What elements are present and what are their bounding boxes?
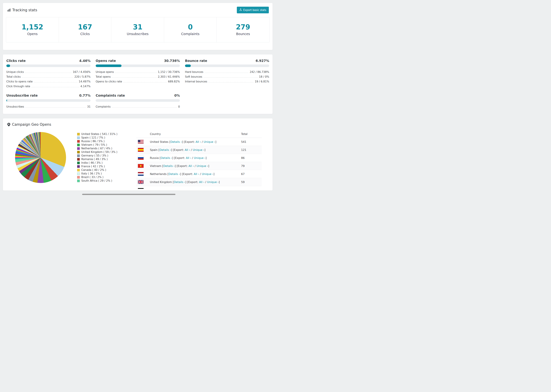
geo-table-body: United States [Details ›] [Export: All ›… [136,138,262,189]
tracking-stats-title: Tracking stats [7,8,37,12]
country-flag-icon [136,170,148,178]
legend-label: Vietnam ( 79 / 5% ) [81,143,107,147]
legend-item: South Africa ( 29 / 2% ) [77,179,136,183]
export-unique-link[interactable]: Unique › [193,148,204,152]
total-cell: 79 [239,162,262,170]
details-link[interactable]: Details › [174,181,185,184]
rate-stat-row: Internal bounces19 / 6.81% [185,79,269,84]
legend-swatch [77,169,80,171]
rate-stat-row: Clicks to opens rate14.497% [6,79,91,84]
export-label: Export: [175,156,185,160]
rate-stat-row: Total clicks220 / 5.87% [6,74,91,79]
export-all-link[interactable]: All › [190,189,195,189]
rate-stat-row: Total opens2,303 / 61.446% [96,74,180,79]
rate-stat-value: 220 / 5.87% [74,75,91,78]
rate-title: Clicks rate [6,59,26,63]
export-unique-link[interactable]: Unique › [202,172,213,176]
rate-stat-row: Unique clicks167 / 4.456% [6,70,91,74]
export-icon [239,8,242,12]
country-flag-icon [136,138,148,146]
export-all-link[interactable]: All › [196,140,201,143]
export-basic-stats-button[interactable]: Export basic stats [237,7,269,13]
country-name: United States [150,140,168,143]
export-unique-link[interactable]: Unique › [198,189,209,189]
rate-section: Complaints rate0%Complaints0 [96,94,180,109]
rate-percent: 0.77% [79,94,91,97]
rate-title: Unsubscribe rate [6,94,38,97]
legend-item: Italy ( 36 / 2% ) [77,172,136,175]
progress-bar-fill [96,64,121,67]
export-all-link[interactable]: All › [185,148,190,152]
legend-swatch [77,172,80,175]
legend-label: Spain ( 121 / 7% ) [81,136,105,140]
rate-percent: 6.927% [256,59,269,63]
dotted-leader [123,82,167,83]
rate-percent: 0% [174,94,180,97]
rate-section-header: Clicks rate4.46% [6,59,91,63]
progress-bar-fill [6,99,7,102]
details-link[interactable]: Details › [164,189,176,189]
rate-stat-row: Opens to clicks rate689.82% [96,79,180,84]
rate-section-header: Bounce rate6.927% [185,59,269,63]
table-row: Vietnam [Details ›] [Export: All › / Uni… [136,162,262,170]
export-unique-link[interactable]: Unique › [204,140,215,143]
legend-label: United Kingdom ( 59 / 3% ) [81,150,117,154]
rate-stat-row: Hard bounces242 / 86.738% [185,70,269,74]
total-column-header: Total [239,130,262,138]
details-link[interactable]: Details › [161,156,172,160]
tracking-stats-card: Tracking stats Export basic stats 1,152O… [3,3,273,50]
legend-item: Vietnam ( 79 / 5% ) [77,143,136,147]
dotted-leader [115,73,156,73]
export-unique-link[interactable]: Unique › [197,164,208,168]
rate-stat-value: 2,303 / 61.446% [158,75,180,78]
details-link[interactable]: Details › [160,148,171,152]
export-all-link[interactable]: All › [199,181,204,184]
rate-stat-row: Unsubscribes31 [6,104,91,109]
details-link[interactable]: Details › [170,140,182,143]
stat-label: Bounces [217,32,269,36]
legend-label: Brazil ( 33 / 2% ) [81,175,104,179]
rates-grid: Clicks rate4.46%Unique clicks167 / 4.456… [6,59,269,109]
table-row: Netherlands [Details ›] [Export: All › /… [136,170,262,178]
country-cell: Spain [Details ›] [Export: All › / Uniqu… [148,146,239,154]
legend-label: Italy ( 36 / 2% ) [81,172,102,175]
details-link[interactable]: Details › [169,172,180,176]
legend-swatch [77,144,80,146]
country-name: Spain [150,148,158,152]
rate-stat-row: Soft bounces18 / 0% [185,74,269,79]
total-cell: 121 [239,146,262,154]
total-cell: 86 [239,154,262,162]
export-all-link[interactable]: All › [188,164,194,168]
stat-value: 1,152 [6,23,59,31]
country-cell: Vietnam [Details ›] [Export: All › / Uni… [148,162,239,170]
rate-stat-row: Unique opens1,152 / 30.736% [96,70,180,74]
rate-stat-value: 0 [178,105,180,108]
rate-stat-value: 1,152 / 30.736% [158,70,180,74]
export-all-link[interactable]: All › [194,172,199,176]
rate-stat-value: 689.82% [168,80,180,83]
rate-stat-value: 4.147% [80,85,91,88]
stat-label: Clicks [59,32,111,36]
legend-item: United States ( 541 / 31% ) [77,132,136,136]
rate-title: Bounce rate [185,59,207,63]
rate-stat-value: 14.497% [79,80,91,83]
export-all-link[interactable]: All › [186,156,191,160]
stat-label: Opens [6,32,59,36]
legend-label: Canada ( 40 / 2% ) [81,168,106,172]
country-flag-icon [136,186,148,189]
country-name: Vietnam [150,164,161,168]
rate-stat-label: Unique opens [96,70,114,74]
horizontal-scrollbar-thumb[interactable] [82,194,175,195]
export-label: Export: [183,172,193,176]
export-unique-link[interactable]: Unique › [194,156,205,160]
geo-opens-pie-chart [15,132,66,183]
legend-item: Netherlands ( 67 / 4% ) [77,147,136,150]
export-unique-link[interactable]: Unique › [207,181,219,184]
rates-card: Clicks rate4.46%Unique clicks167 / 4.456… [3,54,273,114]
country-flag-icon [136,154,148,162]
details-link[interactable]: Details › [163,164,175,168]
rate-percent: 4.46% [79,59,91,63]
location-pin-icon [7,123,10,126]
dotted-leader [22,77,73,78]
rate-stat-value: 242 / 86.738% [250,70,269,74]
